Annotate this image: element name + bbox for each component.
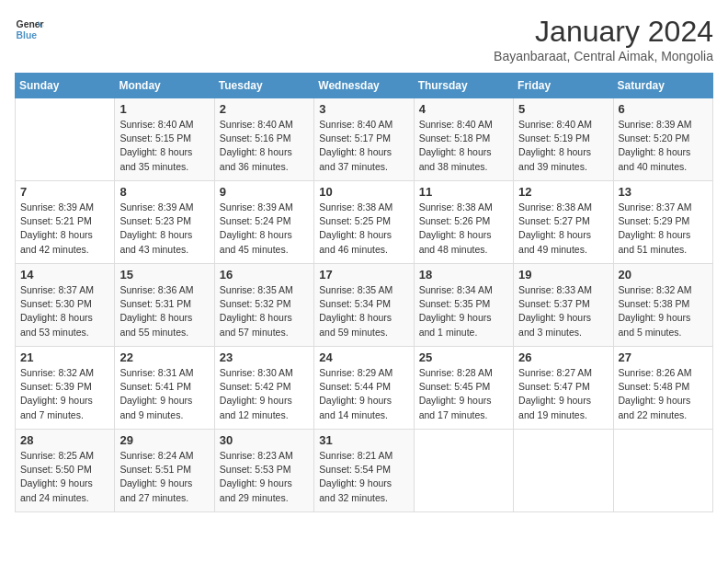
calendar-cell: 8 Sunrise: 8:39 AM Sunset: 5:23 PM Dayli… <box>115 181 214 264</box>
day-info: Sunrise: 8:32 AM Sunset: 5:38 PM Dayligh… <box>619 283 708 339</box>
sunset-text: Sunset: 5:39 PM <box>20 381 92 392</box>
calendar-cell: 7 Sunrise: 8:39 AM Sunset: 5:21 PM Dayli… <box>16 181 115 264</box>
day-number: 21 <box>20 350 109 364</box>
day-info: Sunrise: 8:40 AM Sunset: 5:17 PM Dayligh… <box>319 118 408 174</box>
daylight-text: Daylight: 9 hours and 19 minutes. <box>518 395 591 419</box>
day-info: Sunrise: 8:38 AM Sunset: 5:27 PM Dayligh… <box>518 201 608 257</box>
day-info: Sunrise: 8:40 AM Sunset: 5:16 PM Dayligh… <box>220 118 309 174</box>
day-number: 6 <box>619 102 708 116</box>
daylight-text: Daylight: 8 hours and 49 minutes. <box>518 229 591 254</box>
day-number: 29 <box>119 433 209 447</box>
day-number: 27 <box>619 350 708 364</box>
day-info: Sunrise: 8:23 AM Sunset: 5:53 PM Dayligh… <box>220 449 309 505</box>
daylight-text: Daylight: 8 hours and 42 minutes. <box>20 229 93 254</box>
sunrise-text: Sunrise: 8:30 AM <box>220 367 293 378</box>
daylight-text: Daylight: 8 hours and 55 minutes. <box>119 312 192 337</box>
sunrise-text: Sunrise: 8:27 AM <box>518 367 592 378</box>
calendar-cell: 11 Sunrise: 8:38 AM Sunset: 5:26 PM Dayl… <box>414 181 513 264</box>
day-info: Sunrise: 8:39 AM Sunset: 5:23 PM Dayligh… <box>119 201 209 257</box>
day-info: Sunrise: 8:36 AM Sunset: 5:31 PM Dayligh… <box>119 283 209 339</box>
calendar-week-row: 21 Sunrise: 8:32 AM Sunset: 5:39 PM Dayl… <box>16 347 713 430</box>
day-info: Sunrise: 8:39 AM Sunset: 5:24 PM Dayligh… <box>220 201 309 257</box>
calendar-cell: 1 Sunrise: 8:40 AM Sunset: 5:15 PM Dayli… <box>115 98 214 181</box>
day-info: Sunrise: 8:39 AM Sunset: 5:20 PM Dayligh… <box>619 118 708 174</box>
calendar-cell: 23 Sunrise: 8:30 AM Sunset: 5:42 PM Dayl… <box>214 347 313 430</box>
sunset-text: Sunset: 5:19 PM <box>518 132 590 144</box>
calendar-cell: 2 Sunrise: 8:40 AM Sunset: 5:16 PM Dayli… <box>214 98 313 181</box>
day-info: Sunrise: 8:39 AM Sunset: 5:21 PM Dayligh… <box>20 201 109 257</box>
day-info: Sunrise: 8:25 AM Sunset: 5:50 PM Dayligh… <box>20 449 109 505</box>
sunset-text: Sunset: 5:24 PM <box>220 215 291 226</box>
sunset-text: Sunset: 5:16 PM <box>220 132 291 144</box>
calendar-cell: 5 Sunrise: 8:40 AM Sunset: 5:19 PM Dayli… <box>514 98 613 181</box>
sunrise-text: Sunrise: 8:40 AM <box>518 119 592 130</box>
daylight-text: Daylight: 9 hours and 32 minutes. <box>319 477 392 502</box>
calendar-week-row: 28 Sunrise: 8:25 AM Sunset: 5:50 PM Dayl… <box>16 430 713 512</box>
day-info: Sunrise: 8:35 AM Sunset: 5:32 PM Dayligh… <box>220 283 309 339</box>
calendar-cell: 19 Sunrise: 8:33 AM Sunset: 5:37 PM Dayl… <box>514 264 613 347</box>
svg-text:Blue: Blue <box>17 30 38 40</box>
calendar-cell: 24 Sunrise: 8:29 AM Sunset: 5:44 PM Dayl… <box>314 347 414 430</box>
day-info: Sunrise: 8:37 AM Sunset: 5:30 PM Dayligh… <box>20 283 109 339</box>
sunset-text: Sunset: 5:30 PM <box>20 298 92 309</box>
daylight-text: Daylight: 8 hours and 38 minutes. <box>419 146 492 171</box>
day-number: 11 <box>419 185 508 199</box>
calendar-cell: 3 Sunrise: 8:40 AM Sunset: 5:17 PM Dayli… <box>314 98 414 181</box>
sunrise-text: Sunrise: 8:26 AM <box>619 367 692 378</box>
day-number: 16 <box>220 268 309 282</box>
day-info: Sunrise: 8:40 AM Sunset: 5:19 PM Dayligh… <box>518 118 608 174</box>
daylight-text: Daylight: 8 hours and 45 minutes. <box>220 229 292 254</box>
day-number: 7 <box>20 185 109 199</box>
calendar-cell: 30 Sunrise: 8:23 AM Sunset: 5:53 PM Dayl… <box>214 430 313 512</box>
sunrise-text: Sunrise: 8:37 AM <box>20 284 94 295</box>
day-info: Sunrise: 8:21 AM Sunset: 5:54 PM Dayligh… <box>319 449 408 505</box>
day-info: Sunrise: 8:30 AM Sunset: 5:42 PM Dayligh… <box>220 366 309 422</box>
sunrise-text: Sunrise: 8:38 AM <box>518 201 592 213</box>
logo-icon: General Blue <box>15 15 44 44</box>
day-info: Sunrise: 8:40 AM Sunset: 5:18 PM Dayligh… <box>419 118 508 174</box>
sunrise-text: Sunrise: 8:40 AM <box>220 119 293 130</box>
sunrise-text: Sunrise: 8:39 AM <box>619 119 692 130</box>
day-info: Sunrise: 8:38 AM Sunset: 5:26 PM Dayligh… <box>419 201 508 257</box>
day-number: 8 <box>119 185 209 199</box>
header-saturday: Saturday <box>613 74 712 98</box>
daylight-text: Daylight: 9 hours and 3 minutes. <box>518 312 591 337</box>
daylight-text: Daylight: 8 hours and 40 minutes. <box>619 146 691 171</box>
daylight-text: Daylight: 9 hours and 7 minutes. <box>20 395 93 419</box>
daylight-text: Daylight: 8 hours and 37 minutes. <box>319 146 392 171</box>
sunrise-text: Sunrise: 8:24 AM <box>119 450 193 461</box>
sunset-text: Sunset: 5:26 PM <box>419 215 491 226</box>
sunset-text: Sunset: 5:41 PM <box>119 381 191 392</box>
sunrise-text: Sunrise: 8:35 AM <box>319 284 392 295</box>
calendar-week-row: 7 Sunrise: 8:39 AM Sunset: 5:21 PM Dayli… <box>16 181 713 264</box>
sunrise-text: Sunrise: 8:38 AM <box>319 201 392 213</box>
sunrise-text: Sunrise: 8:25 AM <box>20 450 94 461</box>
header-wednesday: Wednesday <box>314 74 414 98</box>
day-info: Sunrise: 8:27 AM Sunset: 5:47 PM Dayligh… <box>518 366 608 422</box>
day-number: 15 <box>119 268 209 282</box>
day-number: 20 <box>619 268 708 282</box>
calendar-header-row: Sunday Monday Tuesday Wednesday Thursday… <box>16 74 713 98</box>
day-number: 4 <box>419 102 508 116</box>
sunrise-text: Sunrise: 8:28 AM <box>419 367 493 378</box>
day-number: 12 <box>518 185 608 199</box>
sunrise-text: Sunrise: 8:32 AM <box>619 284 692 295</box>
sunset-text: Sunset: 5:44 PM <box>319 381 391 392</box>
sunset-text: Sunset: 5:37 PM <box>518 298 590 309</box>
sunset-text: Sunset: 5:53 PM <box>220 464 291 475</box>
calendar-cell: 10 Sunrise: 8:38 AM Sunset: 5:25 PM Dayl… <box>314 181 414 264</box>
sunset-text: Sunset: 5:32 PM <box>220 298 291 309</box>
day-info: Sunrise: 8:38 AM Sunset: 5:25 PM Dayligh… <box>319 201 408 257</box>
daylight-text: Daylight: 9 hours and 14 minutes. <box>319 395 392 419</box>
calendar-cell: 9 Sunrise: 8:39 AM Sunset: 5:24 PM Dayli… <box>214 181 313 264</box>
day-info: Sunrise: 8:28 AM Sunset: 5:45 PM Dayligh… <box>419 366 508 422</box>
calendar-cell <box>613 430 712 512</box>
daylight-text: Daylight: 9 hours and 12 minutes. <box>220 395 292 419</box>
day-number: 13 <box>619 185 708 199</box>
sunrise-text: Sunrise: 8:21 AM <box>319 450 392 461</box>
calendar-cell: 28 Sunrise: 8:25 AM Sunset: 5:50 PM Dayl… <box>16 430 115 512</box>
daylight-text: Daylight: 9 hours and 9 minutes. <box>119 395 192 419</box>
daylight-text: Daylight: 9 hours and 27 minutes. <box>119 477 192 502</box>
daylight-text: Daylight: 8 hours and 36 minutes. <box>220 146 292 171</box>
daylight-text: Daylight: 8 hours and 39 minutes. <box>518 146 591 171</box>
